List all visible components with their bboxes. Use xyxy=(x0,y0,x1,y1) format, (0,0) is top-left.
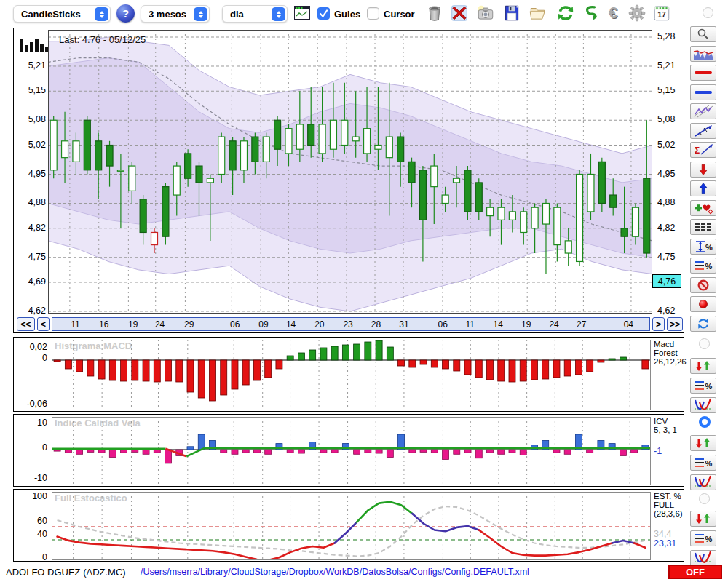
nav-last-button[interactable]: >> xyxy=(667,317,683,331)
stoch-signals-button[interactable] xyxy=(690,511,716,527)
price-tick: 5,02 xyxy=(15,140,46,150)
blue-refresh-icon xyxy=(696,317,711,330)
chart-window-icon[interactable] xyxy=(294,6,310,20)
interval-select[interactable]: dia xyxy=(222,5,288,23)
indicator-chart-button[interactable] xyxy=(690,46,716,62)
date-tick: 04 xyxy=(624,319,633,330)
price-tick: 5,28 xyxy=(657,31,675,41)
guies-label: Guies xyxy=(334,9,360,20)
save-icon[interactable] xyxy=(502,4,521,23)
macd-percent-button[interactable]: % xyxy=(690,378,716,394)
stoch-percent-button[interactable]: % xyxy=(690,530,716,546)
nav-prev-button[interactable]: < xyxy=(37,317,50,331)
camera-icon[interactable] xyxy=(476,4,495,23)
icv-radio[interactable] xyxy=(699,416,711,428)
signals-tool-button[interactable] xyxy=(690,200,716,216)
measure-tool-button[interactable]: % xyxy=(690,239,716,255)
chevron-updown-icon xyxy=(95,7,108,21)
axis-tick: 0 xyxy=(17,353,47,363)
date-tick: 06 xyxy=(438,319,447,330)
date-tick: 09 xyxy=(258,319,268,330)
record-dot-icon xyxy=(697,298,710,311)
icv-plot[interactable] xyxy=(52,417,651,485)
config-path[interactable]: /Users/mserra/Library/CloudStorage/Dropb… xyxy=(0,567,670,577)
percent-lines-tool-button[interactable]: % xyxy=(690,258,716,274)
channel-tool-button[interactable] xyxy=(690,103,716,119)
date-tick: 16 xyxy=(99,319,108,330)
zoom-tool-button[interactable] xyxy=(690,26,716,42)
off-toggle-button[interactable]: OFF xyxy=(668,565,722,579)
open-folder-icon[interactable] xyxy=(529,4,547,23)
record-tool-button[interactable] xyxy=(690,296,716,312)
euro-icon[interactable]: € xyxy=(604,4,622,23)
candlestick-plot[interactable] xyxy=(48,30,652,314)
axis-tick: 10 xyxy=(17,418,47,428)
delete-x-icon[interactable] xyxy=(450,4,469,23)
cursor-checkbox[interactable] xyxy=(367,7,379,20)
refresh-icon[interactable] xyxy=(556,4,575,23)
stoch-radio[interactable] xyxy=(699,493,710,504)
chart-type-select[interactable]: CandleSticks xyxy=(13,5,111,23)
icv-percent-button[interactable]: % xyxy=(690,455,716,471)
nav-next-button[interactable]: > xyxy=(652,317,665,331)
vertical-measure-icon: % xyxy=(693,240,713,253)
macd-curves-button[interactable] xyxy=(690,397,716,413)
red-down-arrow-icon xyxy=(697,163,710,176)
sigma-trend-tool-button[interactable]: Σ xyxy=(690,142,716,158)
toolbar-radio[interactable] xyxy=(703,7,713,18)
help-button[interactable]: ? xyxy=(116,4,135,23)
date-strip[interactable]: 11161924290609142023283106111419242704 xyxy=(52,317,650,331)
macd-radio[interactable] xyxy=(699,338,710,349)
levels-tool-button[interactable] xyxy=(690,219,716,235)
lines-percent-icon: % xyxy=(693,259,713,272)
date-tick: 19 xyxy=(128,319,138,330)
macd-signals-button[interactable] xyxy=(690,358,716,374)
guies-checkbox[interactable] xyxy=(317,7,330,20)
date-tick: 14 xyxy=(286,319,296,330)
trash-icon[interactable] xyxy=(425,4,444,23)
v-curves-icon xyxy=(693,398,713,412)
main-chart-panel: 5,215,155,085,024,954,884,824,754,694,62… xyxy=(13,28,684,333)
icv-last-value: -1 xyxy=(654,447,662,455)
price-tick: 4,62 xyxy=(15,306,46,316)
macd-plot[interactable] xyxy=(52,340,651,410)
price-tick: 4,82 xyxy=(657,223,675,233)
stochastic-plot[interactable] xyxy=(52,492,651,560)
axis-tick: 40 xyxy=(17,529,47,539)
red-line-tool-button[interactable] xyxy=(690,65,716,81)
chart-type-value: CandleSticks xyxy=(21,9,81,20)
stoch-d-value: 34,4 xyxy=(654,530,671,538)
axis-tick: 100 xyxy=(17,491,47,501)
date-tick: 23 xyxy=(343,319,352,330)
blue-line-tool-button[interactable] xyxy=(690,84,716,100)
undo-icon[interactable] xyxy=(580,4,599,23)
icv-right-labels: ICV 5, 3, 1 xyxy=(654,417,677,434)
arrow-up-tool-button[interactable] xyxy=(690,180,716,196)
chevron-updown-icon xyxy=(194,7,207,21)
sync-tool-button[interactable] xyxy=(690,316,716,332)
zigzag-channel-icon xyxy=(693,105,713,118)
price-tick: 5,15 xyxy=(657,85,675,95)
nav-first-button[interactable]: << xyxy=(17,317,35,331)
axis-tick: -10 xyxy=(17,473,47,483)
dashed-lines-icon xyxy=(695,222,711,232)
calendar-icon[interactable]: 17 xyxy=(652,4,671,23)
price-tick: 4,88 xyxy=(657,197,675,207)
icv-curves-button[interactable] xyxy=(690,474,716,490)
stoch-curves-button[interactable] xyxy=(690,550,716,566)
blue-up-arrow-icon xyxy=(697,182,710,195)
help-glyph: ? xyxy=(122,7,129,20)
stochastic-panel: Full Estocastico 10060400 EST. % FULL (2… xyxy=(13,489,684,562)
icv-signals-button[interactable] xyxy=(690,435,716,451)
red-line-icon xyxy=(695,71,712,74)
svg-text:%: % xyxy=(705,243,713,252)
period-select[interactable]: 3 mesos xyxy=(141,5,210,23)
cursor-label: Cursor xyxy=(384,9,415,20)
arrow-down-tool-button[interactable] xyxy=(690,162,716,178)
disable-tool-button[interactable] xyxy=(690,277,716,293)
gear-icon[interactable] xyxy=(628,4,646,23)
price-tick: 4,69 xyxy=(15,276,46,287)
stoch-k-value: 23,31 xyxy=(654,539,676,548)
price-tick: 5,08 xyxy=(15,114,46,124)
trendline-tool-button[interactable] xyxy=(690,123,716,139)
